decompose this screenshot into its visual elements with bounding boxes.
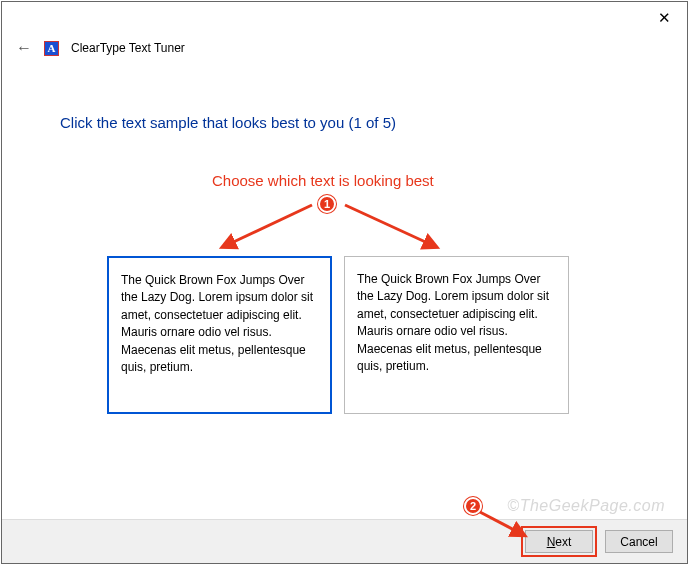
- next-button[interactable]: Next: [525, 530, 593, 553]
- svg-line-1: [227, 205, 312, 245]
- back-arrow-icon[interactable]: ←: [16, 40, 32, 56]
- next-button-rest: ext: [555, 535, 571, 549]
- svg-line-3: [345, 205, 432, 245]
- next-button-highlight: Next: [521, 526, 597, 557]
- sample-container: The Quick Brown Fox Jumps Over the Lazy …: [107, 256, 569, 414]
- app-icon: A: [44, 41, 59, 56]
- close-icon[interactable]: ✕: [658, 10, 671, 25]
- watermark-text: ©TheGeekPage.com: [507, 497, 665, 515]
- cancel-button[interactable]: Cancel: [605, 530, 673, 553]
- text-sample-1[interactable]: The Quick Brown Fox Jumps Over the Lazy …: [107, 256, 332, 414]
- text-sample-2[interactable]: The Quick Brown Fox Jumps Over the Lazy …: [344, 256, 569, 414]
- footer-bar: Next Cancel: [2, 519, 687, 563]
- instruction-text: Click the text sample that looks best to…: [60, 114, 396, 131]
- annotation-badge-1: 1: [318, 195, 336, 213]
- annotation-arrow-left-icon: [212, 197, 322, 257]
- page-title: ClearType Text Tuner: [71, 41, 185, 55]
- annotation-badge-2: 2: [464, 497, 482, 515]
- header: ← A ClearType Text Tuner: [16, 40, 185, 56]
- annotation-text: Choose which text is looking best: [212, 172, 434, 189]
- annotation-arrow-right-icon: [337, 197, 447, 257]
- window-frame: ✕ ← A ClearType Text Tuner Click the tex…: [1, 1, 688, 564]
- next-button-accel: N: [547, 535, 556, 549]
